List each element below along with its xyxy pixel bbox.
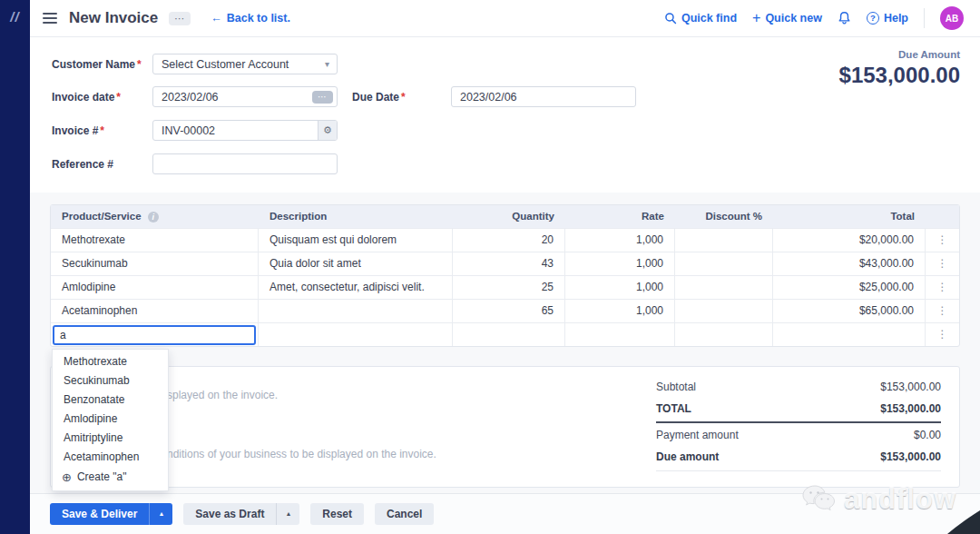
cell-discount[interactable]: [675, 275, 773, 299]
cell-description[interactable]: [259, 322, 453, 346]
invoice-number-field: ⚙: [152, 120, 338, 141]
cell-rate[interactable]: 1,000: [565, 228, 675, 252]
info-icon: i: [148, 212, 159, 222]
subtotal-value: $153,000.00: [880, 381, 941, 393]
dropdown-item[interactable]: Amlodipine: [53, 410, 168, 429]
save-and-deliver-label: Save & Deliver: [50, 503, 149, 525]
cell-product[interactable]: Methotrexate: [51, 228, 259, 252]
dropdown-item[interactable]: Acetaminophen: [53, 448, 168, 467]
cell-quantity[interactable]: 43: [453, 252, 565, 275]
quick-new-button[interactable]: + Quick new: [752, 10, 822, 26]
reference-number-field: [152, 153, 338, 174]
total-value: $153,000.00: [880, 402, 941, 415]
quick-find-label: Quick find: [681, 12, 737, 25]
back-arrow-icon: ←: [211, 12, 222, 25]
cell-product[interactable]: Secukinumab: [51, 252, 259, 275]
cell-description[interactable]: Quisquam est qui dolorem: [259, 228, 453, 252]
app-logo-icon[interactable]: //: [0, 9, 30, 25]
due-date-input[interactable]: [452, 87, 635, 106]
payment-amount-label: Payment amount: [656, 429, 739, 441]
search-icon: [664, 12, 677, 25]
row-menu-kebab-icon[interactable]: ⋮: [926, 299, 959, 322]
cell-quantity[interactable]: 25: [453, 275, 565, 299]
cell-rate[interactable]: 1,000: [565, 275, 675, 299]
table-row: Amlodipine Amet, consectetur, adipisci v…: [51, 275, 959, 299]
invoice-date-label: Invoice date*: [52, 91, 121, 104]
date-picker-icon[interactable]: ⋯: [312, 91, 333, 104]
cell-total: $25,000.00: [773, 275, 926, 299]
dropdown-item[interactable]: Methotrexate: [53, 352, 168, 371]
due-date-field: [451, 86, 636, 107]
topbar-divider: [924, 8, 925, 28]
invoice-date-input[interactable]: [153, 87, 337, 106]
col-total: Total: [773, 205, 926, 228]
customer-account-select[interactable]: Select Customer Account ▾: [152, 54, 338, 74]
action-bar: Save & Deliver ▲ Save as Draft ▲ Reset C…: [30, 493, 980, 534]
terms-placeholder[interactable]: nditions of your business to be displaye…: [167, 448, 436, 460]
cell-discount[interactable]: [675, 322, 773, 346]
top-bar: New Invoice ⋯ ← Back to list. Quick find…: [30, 0, 980, 37]
invoice-number-settings-button[interactable]: ⚙: [318, 121, 337, 140]
help-button[interactable]: ? Help: [867, 12, 908, 25]
cell-quantity[interactable]: 65: [453, 299, 565, 322]
row-menu-kebab-icon[interactable]: ⋮: [926, 275, 959, 299]
cell-product-editing: [51, 322, 259, 346]
invoice-number-input[interactable]: [153, 121, 318, 140]
due-amount-row-value: $153,000.00: [880, 450, 941, 463]
invoice-notes-placeholder[interactable]: splayed on the invoice.: [167, 389, 278, 401]
row-menu-kebab-icon[interactable]: ⋮: [926, 252, 959, 275]
cell-rate[interactable]: 1,000: [565, 299, 675, 322]
col-actions: [926, 205, 959, 228]
cell-rate[interactable]: 1,000: [565, 252, 675, 275]
save-as-draft-button[interactable]: Save as Draft ▲: [183, 503, 299, 525]
reset-button[interactable]: Reset: [310, 503, 364, 525]
save-as-draft-label: Save as Draft: [183, 503, 276, 525]
save-as-draft-caret-icon[interactable]: ▲: [276, 503, 299, 525]
title-more-button[interactable]: ⋯: [169, 12, 191, 25]
cell-description[interactable]: Quia dolor sit amet: [259, 252, 453, 275]
save-and-deliver-caret-icon[interactable]: ▲: [149, 503, 172, 525]
cell-total: $20,000.00: [773, 228, 926, 252]
cell-discount[interactable]: [675, 228, 773, 252]
dropdown-item[interactable]: Amitriptyline: [53, 429, 168, 448]
cell-quantity[interactable]: 20: [453, 228, 565, 252]
required-asterisk: *: [401, 91, 406, 104]
dropdown-item[interactable]: Benzonatate: [53, 391, 168, 410]
table-row: Acetaminophen 65 1,000 $65,000.00 ⋮: [51, 299, 959, 322]
back-to-list-link[interactable]: ← Back to list.: [211, 12, 290, 25]
cell-product[interactable]: Amlodipine: [51, 275, 259, 299]
cell-description[interactable]: Amet, consectetur, adipisci velit.: [259, 275, 453, 299]
cell-product[interactable]: Acetaminophen: [51, 299, 259, 322]
product-search-input[interactable]: [53, 325, 256, 345]
quick-find-button[interactable]: Quick find: [664, 12, 737, 25]
col-product-service: Product/Service i: [51, 205, 259, 228]
row-menu-kebab-icon[interactable]: ⋮: [926, 228, 959, 252]
row-menu-kebab-icon[interactable]: ⋮: [926, 322, 959, 346]
customer-account-select-value: Select Customer Account: [162, 58, 289, 71]
payment-amount-row: Payment amount $0.00: [656, 424, 941, 446]
reference-number-input[interactable]: [153, 154, 337, 173]
cell-quantity[interactable]: [453, 322, 565, 346]
cancel-button[interactable]: Cancel: [375, 503, 434, 525]
invoice-number-label: Invoice #*: [52, 124, 104, 137]
cell-rate[interactable]: [565, 322, 675, 346]
dropdown-item[interactable]: Secukinumab: [53, 371, 168, 391]
subtotal-label: Subtotal: [656, 381, 696, 393]
create-new-product-option[interactable]: ⊕ Create "a": [53, 467, 168, 487]
required-asterisk: *: [137, 58, 142, 71]
col-rate: Rate: [565, 205, 675, 228]
table-row-new: ⋮: [51, 322, 959, 346]
notifications-bell-icon[interactable]: [838, 11, 851, 25]
hamburger-menu-icon[interactable]: [43, 13, 57, 24]
table-row: Methotrexate Quisquam est qui dolorem 20…: [51, 228, 959, 252]
save-and-deliver-button[interactable]: Save & Deliver ▲: [50, 503, 172, 525]
user-avatar[interactable]: AB: [940, 6, 964, 30]
due-date-label: Due Date*: [352, 91, 406, 104]
total-row: TOTAL $153,000.00: [656, 398, 941, 420]
cell-description[interactable]: [259, 299, 453, 322]
cell-discount[interactable]: [675, 299, 773, 322]
due-amount-label: Due Amount: [839, 49, 960, 60]
total-label: TOTAL: [656, 402, 691, 415]
page-title: New Invoice: [69, 9, 158, 27]
cell-discount[interactable]: [675, 252, 773, 275]
